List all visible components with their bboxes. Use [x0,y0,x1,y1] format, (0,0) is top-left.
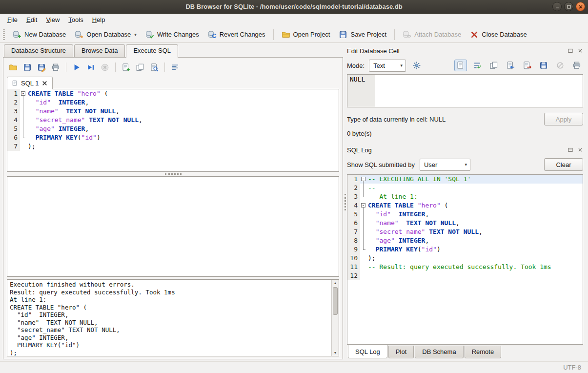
apply-button[interactable]: Apply [544,113,583,125]
message-line: At line 1: [10,296,329,304]
titlebar[interactable]: DB Browser for SQLite - /home/user/code/… [0,0,588,14]
scrollbar-track[interactable] [332,286,339,350]
code-text: ); [366,254,376,263]
auto-mode-button[interactable] [410,60,423,71]
import-data-button[interactable] [504,60,517,71]
minimize-button[interactable] [552,2,562,11]
close-button[interactable] [576,2,585,11]
attach-database-icon [403,30,411,39]
set-null-button[interactable] [554,60,567,71]
duplicate-tab-button[interactable] [134,62,146,73]
menu-view[interactable]: View [41,14,64,26]
sql-tab-label: SQL 1 [21,80,39,87]
print-data-button[interactable] [570,60,583,71]
export-data-button[interactable] [521,60,533,71]
sql-editor[interactable]: 1-CREATE TABLE "hero" (2 "id" INTEGER,3 … [7,89,339,172]
submitter-select[interactable]: User ▾ [420,159,470,171]
close-panel-icon[interactable] [577,147,583,153]
code-text: CREATE TABLE "hero" ( [366,201,448,210]
line-number: 6 [7,133,20,142]
toolbar-separator [115,62,116,72]
execute-all-button[interactable] [70,62,83,73]
code-text: "name" TEXT NOT NULL, [366,219,460,228]
line-number: 2 [347,184,360,192]
tab-browse-data[interactable]: Browse Data [74,44,125,57]
save-data-button[interactable] [537,60,550,71]
mode-label: Mode: [347,62,365,69]
sql-tab-sql-1[interactable]: SQL 1 [7,77,53,89]
text-view-button[interactable] [454,60,467,71]
code-text: -- At line 1: [366,192,418,201]
query-results-pane[interactable] [7,176,339,277]
stop-execution-button[interactable] [99,62,111,73]
main-tab-bar: Database StructureBrowse DataExecute SQL [3,44,343,57]
scroll-up-icon[interactable]: ▲ [332,280,339,286]
dock-tab-sql-log[interactable]: SQL Log [348,345,387,358]
sql-tab-bar: SQL 1 [7,75,339,89]
print-sql-button[interactable] [49,62,62,73]
window-title: DB Browser for SQLite - /home/user/code/… [0,3,588,10]
new-database-icon [13,30,21,39]
close-panel-icon[interactable] [577,48,583,54]
vertical-scrollbar[interactable]: ▲ ▼ [331,280,339,356]
toolbar-drag-handle[interactable] [3,29,5,40]
dock-tab-remote[interactable]: Remote [465,346,502,358]
scrollbar-thumb[interactable] [333,287,338,315]
line-number: 2 [7,98,20,107]
fold-guide [360,263,366,271]
code-text: "secret_name" TEXT NOT NULL, [26,116,142,124]
open-database-button[interactable]: Open Database▾ [71,28,141,41]
new-database-button[interactable]: New Database [9,28,70,41]
float-panel-icon[interactable] [568,147,573,153]
save-sql-file-button[interactable] [21,62,34,73]
format-sql-button[interactable] [169,62,182,73]
code-line-10: 10); [347,254,583,263]
menu-tools[interactable]: Tools [64,14,87,26]
copy-data-button[interactable] [487,60,500,71]
close-database-icon [470,30,479,39]
cell-value-editor[interactable]: NULL [347,74,583,107]
tab-close-icon[interactable] [41,80,48,86]
code-line-5: 5 "id" INTEGER, [347,210,583,219]
word-wrap-button[interactable] [471,60,484,71]
toolbar-separator [66,62,66,72]
menu-file[interactable]: File [3,14,22,26]
save-sql-as-button[interactable] [35,62,48,73]
open-sql-file-button[interactable] [7,62,20,73]
dock-tab-db-schema[interactable]: DB Schema [415,346,463,358]
fold-marker-icon[interactable]: - [360,175,366,184]
dock-tab-plot[interactable]: Plot [388,346,414,358]
open-sql-file-icon [9,63,18,72]
save-project-button[interactable]: Save Project [335,28,390,41]
new-sql-tab-button[interactable] [120,62,132,73]
line-number: 12 [347,271,360,280]
dropdown-caret-icon[interactable]: ▾ [134,32,137,37]
close-database-button[interactable]: Close Database [466,28,531,41]
tab-execute-sql[interactable]: Execute SQL [126,44,178,58]
fold-marker-icon[interactable]: - [20,89,26,98]
scroll-down-icon[interactable]: ▼ [332,350,339,356]
find-replace-button[interactable] [148,62,161,73]
open-project-button[interactable]: Open Project [278,28,334,41]
editor-splitter-handle[interactable] [7,172,339,176]
code-text: "id" INTEGER, [26,98,89,107]
line-number: 4 [347,201,360,210]
menu-edit[interactable]: Edit [22,14,41,26]
tab-database-structure[interactable]: Database Structure [4,44,73,57]
write-changes-button[interactable]: Write Changes [142,28,203,41]
menu-help[interactable]: Help [88,14,110,26]
fold-guide [360,219,366,228]
execute-current-line-button[interactable] [84,62,97,73]
fold-marker-icon[interactable]: - [360,201,366,210]
panel-splitter-handle[interactable] [343,43,347,361]
revert-changes-button[interactable]: Revert Changes [204,28,269,41]
sql-log-view[interactable]: 1--- EXECUTING ALL IN 'SQL 1'2--3-- At l… [347,174,583,345]
maximize-button[interactable] [564,2,573,11]
mode-select[interactable]: Text ▾ [369,60,406,72]
attach-database-button[interactable]: Attach Database [399,28,465,41]
float-panel-icon[interactable] [568,48,573,54]
new-sql-tab-icon [122,63,130,72]
toolbar-button-label: Save Project [350,31,386,38]
line-number: 3 [347,192,360,201]
clear-button[interactable]: Clear [544,158,583,171]
